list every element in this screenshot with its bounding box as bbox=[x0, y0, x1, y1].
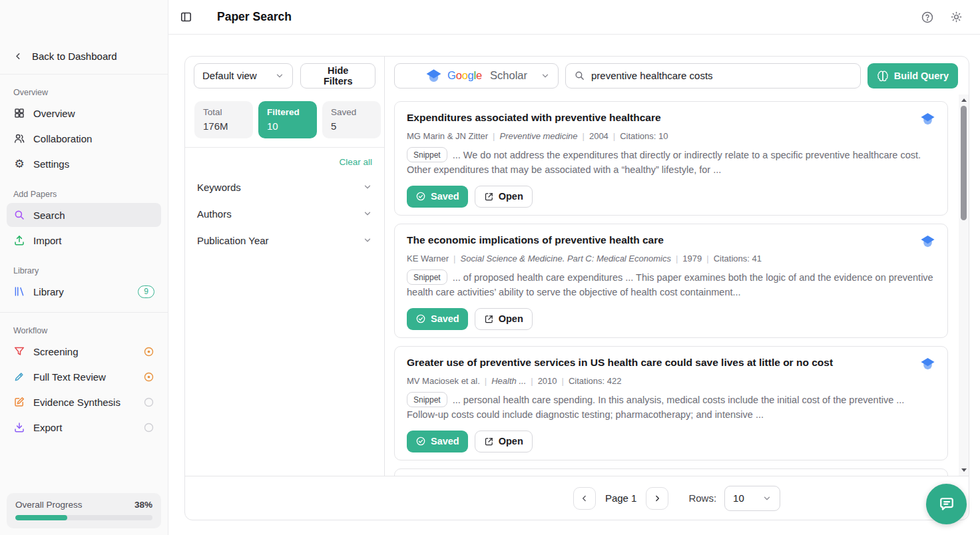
hide-filters-button[interactable]: Hide Filters bbox=[300, 63, 375, 89]
paper-authors: MG Marin & JN Zitter bbox=[407, 131, 488, 141]
sidebar-item-label: Screening bbox=[33, 346, 79, 357]
results-scrollbar[interactable] bbox=[959, 94, 969, 476]
search-icon bbox=[574, 70, 585, 81]
filter-group-authors[interactable]: Authors bbox=[197, 200, 372, 227]
open-button[interactable]: Open bbox=[475, 431, 533, 452]
results-column: Google Scholar Build Query bbox=[385, 57, 969, 476]
sidebar-item-evidence-synthesis[interactable]: Evidence Synthesis bbox=[7, 390, 161, 414]
status-pending-icon bbox=[143, 422, 154, 433]
back-to-dashboard[interactable]: Back to Dashboard bbox=[0, 48, 168, 74]
paper-title[interactable]: Expenditures associated with preventive … bbox=[407, 111, 661, 124]
progress-value: 38% bbox=[134, 500, 152, 510]
tab-filtered[interactable]: Filtered 10 bbox=[258, 101, 317, 138]
status-pending-icon bbox=[143, 397, 154, 408]
paper-authors: KE Warner bbox=[407, 254, 449, 264]
paper-journal: Preventive medicine bbox=[499, 131, 577, 141]
external-link-icon bbox=[484, 314, 494, 324]
sidebar-item-label: Full Text Review bbox=[33, 371, 106, 383]
paper-card: The economic implications of preventive … bbox=[394, 224, 948, 338]
clear-all-link[interactable]: Clear all bbox=[197, 157, 372, 167]
paper-title[interactable]: The economic implications of preventive … bbox=[407, 234, 664, 247]
view-select[interactable]: Default view bbox=[194, 63, 293, 89]
scroll-up-arrow[interactable] bbox=[959, 95, 969, 105]
build-query-button[interactable]: Build Query bbox=[867, 63, 958, 89]
chevron-down-icon bbox=[363, 209, 372, 218]
paper-journal: Social Science & Medicine. Part C: Medic… bbox=[460, 254, 670, 264]
rows-select[interactable]: 10 bbox=[724, 486, 780, 511]
search-input[interactable] bbox=[591, 70, 852, 81]
chat-icon bbox=[937, 495, 956, 514]
google-scholar-icon bbox=[920, 356, 935, 371]
page-title: Paper Search bbox=[217, 10, 292, 24]
sidebar-item-label: Settings bbox=[33, 158, 69, 170]
filter-group-keywords[interactable]: Keywords bbox=[197, 174, 372, 200]
sidebar-item-label: Library bbox=[33, 286, 64, 297]
paper-journal: Health ... bbox=[491, 376, 526, 386]
paper-citations: Citations: 41 bbox=[714, 254, 762, 264]
sidebar-toggle-icon[interactable] bbox=[180, 11, 192, 23]
sidebar-divider bbox=[0, 312, 168, 313]
check-circle-icon bbox=[415, 313, 426, 324]
sidebar-item-export[interactable]: Export bbox=[7, 415, 161, 439]
sidebar-item-overview[interactable]: Overview bbox=[7, 101, 161, 125]
paper-authors: MV Maciosek et al. bbox=[407, 376, 480, 386]
snippet-text: ... of proposed health care expenditures… bbox=[407, 272, 933, 298]
paper-meta: MG Marin & JN Zitter| Preventive medicin… bbox=[407, 131, 935, 141]
sidebar-item-label: Search bbox=[33, 210, 65, 221]
sidebar-item-label: Export bbox=[33, 422, 62, 433]
chat-fab-button[interactable] bbox=[926, 484, 967, 524]
filter-group-publication-year[interactable]: Publication Year bbox=[197, 227, 372, 254]
section-label-add-papers: Add Papers bbox=[13, 190, 154, 199]
scholar-wordmark: Scholar bbox=[490, 69, 527, 82]
tab-saved[interactable]: Saved 5 bbox=[322, 101, 381, 138]
upload-icon bbox=[13, 234, 25, 246]
section-label-overview: Overview bbox=[13, 88, 154, 97]
saved-button[interactable]: Saved bbox=[407, 186, 468, 208]
open-button[interactable]: Open bbox=[475, 308, 533, 330]
sidebar-item-full-text-review[interactable]: Full Text Review bbox=[7, 365, 161, 389]
snippet-chip: Snippet bbox=[407, 392, 447, 407]
google-scholar-icon bbox=[920, 111, 935, 126]
paper-meta: KE Warner| Social Science & Medicine. Pa… bbox=[407, 254, 935, 264]
next-page-button[interactable] bbox=[646, 487, 668, 510]
filter-column: Default view Hide Filters Total 176M Fil… bbox=[185, 57, 385, 476]
help-icon[interactable] bbox=[921, 11, 934, 24]
top-bar: Paper Search bbox=[168, 0, 980, 35]
check-circle-icon bbox=[415, 436, 426, 446]
chevron-left-icon bbox=[13, 51, 23, 61]
paper-card-partial: The impact of personalized preventive ca… bbox=[394, 468, 948, 476]
sidebar-item-settings[interactable]: ⚙ Settings bbox=[7, 152, 161, 176]
people-icon bbox=[13, 132, 25, 144]
paper-citations: Citations: 10 bbox=[620, 131, 668, 141]
sidebar-item-library[interactable]: Library 9 bbox=[7, 279, 161, 303]
paper-title[interactable]: Greater use of preventive services in US… bbox=[407, 356, 833, 369]
chevron-down-icon bbox=[541, 71, 550, 81]
tab-total[interactable]: Total 176M bbox=[194, 101, 253, 138]
page-indicator: Page 1 bbox=[605, 492, 637, 504]
source-select[interactable]: Google Scholar bbox=[394, 63, 559, 89]
search-box bbox=[565, 63, 861, 89]
scroll-down-arrow[interactable] bbox=[959, 465, 969, 475]
sidebar-item-search[interactable]: Search bbox=[7, 203, 161, 227]
paper-citations: Citations: 422 bbox=[569, 376, 622, 386]
paper-snippet: Snippet... personal health care spending… bbox=[407, 393, 935, 423]
paper-meta: MV Maciosek et al.| Health ...| 2010| Ci… bbox=[407, 376, 935, 386]
google-wordmark: Google bbox=[447, 69, 482, 82]
open-button[interactable]: Open bbox=[475, 186, 533, 208]
scrollbar-thumb[interactable] bbox=[961, 106, 967, 220]
paper-year: 1979 bbox=[682, 254, 702, 264]
prev-page-button[interactable] bbox=[573, 487, 596, 510]
edit-icon bbox=[13, 396, 25, 408]
sidebar-divider bbox=[0, 74, 168, 75]
sidebar-item-screening[interactable]: Screening bbox=[7, 339, 161, 363]
sidebar-item-collaboration[interactable]: Collaboration bbox=[7, 126, 161, 150]
snippet-text: ... personal health care spending. In th… bbox=[407, 395, 904, 421]
chevron-down-icon bbox=[275, 71, 284, 81]
rows-select-value: 10 bbox=[733, 492, 744, 504]
sidebar-item-import[interactable]: Import bbox=[7, 228, 161, 252]
download-icon bbox=[13, 421, 25, 433]
theme-toggle-sun-icon[interactable] bbox=[950, 11, 963, 23]
saved-button[interactable]: Saved bbox=[407, 431, 468, 452]
section-label-workflow: Workflow bbox=[13, 326, 154, 335]
saved-button[interactable]: Saved bbox=[407, 308, 468, 330]
